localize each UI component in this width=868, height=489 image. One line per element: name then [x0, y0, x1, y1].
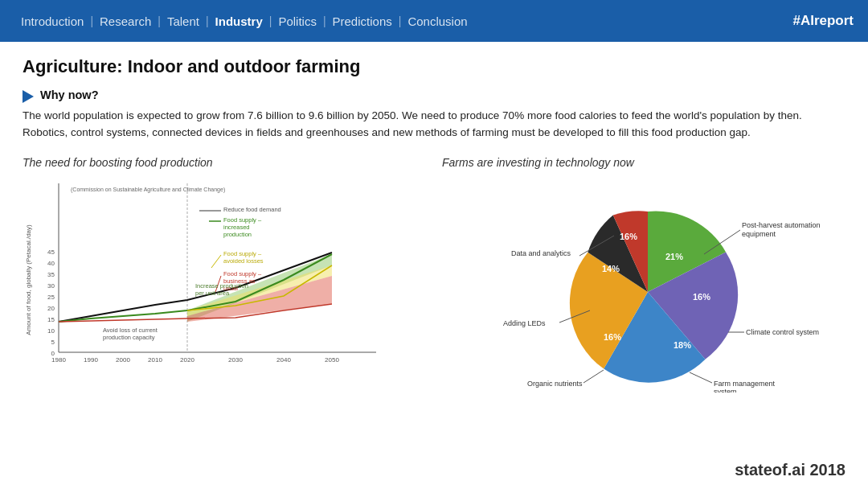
svg-line-33: [211, 255, 221, 268]
svg-text:Climate control system: Climate control system: [746, 328, 819, 336]
svg-text:Amount of food, globally (Peta: Amount of food, globally (Petacal./day): [25, 224, 32, 335]
svg-text:2000: 2000: [116, 356, 130, 364]
svg-text:21%: 21%: [665, 252, 683, 261]
svg-text:system: system: [714, 388, 737, 392]
svg-text:production capacity: production capacity: [103, 334, 155, 341]
line-chart-svg: Amount of food, globally (Petacal./day) …: [23, 175, 400, 384]
why-now-label: Why now?: [40, 88, 99, 101]
svg-text:Adding LEDs: Adding LEDs: [503, 319, 546, 327]
svg-text:Avoid loss of current: Avoid loss of current: [103, 327, 158, 334]
svg-text:1980: 1980: [51, 356, 66, 364]
svg-text:15: 15: [47, 316, 55, 323]
nav-item-talent[interactable]: Talent: [161, 14, 206, 28]
svg-text:35: 35: [47, 271, 55, 278]
nav-item-politics[interactable]: Politics: [272, 14, 323, 28]
pie-chart: 21% 16% 18% 16% 14% 16%: [442, 175, 845, 392]
svg-text:16%: 16%: [693, 292, 710, 302]
footer-text: stateof.ai 2018: [735, 461, 845, 479]
svg-line-59: [583, 370, 604, 383]
svg-text:2050: 2050: [325, 356, 339, 364]
svg-text:16%: 16%: [620, 232, 637, 241]
main-content: Agriculture: Indoor and outdoor farming …: [0, 42, 868, 401]
svg-text:Data and analytics: Data and analytics: [511, 249, 571, 257]
svg-text:2020: 2020: [180, 356, 194, 364]
svg-text:10: 10: [47, 327, 55, 335]
svg-text:16%: 16%: [604, 332, 621, 342]
svg-text:equipment: equipment: [742, 230, 776, 238]
svg-text:40: 40: [47, 260, 55, 267]
svg-text:2030: 2030: [228, 356, 243, 364]
hashtag-label: #AIreport: [792, 13, 854, 29]
top-navigation: Introduction | Research | Talent | Indus…: [0, 0, 868, 42]
svg-text:(Commission on Sustainable Agr: (Commission on Sustainable Agriculture a…: [71, 187, 225, 193]
body-text: The world population is expected to grow…: [23, 108, 842, 142]
svg-text:production: production: [223, 231, 252, 238]
svg-line-56: [690, 372, 712, 383]
svg-text:25: 25: [47, 294, 55, 301]
svg-text:45: 45: [47, 249, 55, 256]
svg-text:increased: increased: [223, 224, 250, 231]
svg-text:Post-harvest automation: Post-harvest automation: [742, 221, 821, 229]
why-now-section: Why now?: [23, 88, 845, 103]
svg-text:5: 5: [51, 339, 55, 346]
svg-text:1990: 1990: [84, 356, 98, 364]
svg-text:14%: 14%: [602, 264, 620, 273]
nav-item-introduction[interactable]: Introduction: [14, 14, 90, 28]
pie-chart-svg: 21% 16% 18% 16% 14% 16%: [455, 175, 833, 392]
svg-text:2010: 2010: [148, 356, 162, 364]
line-chart: Amount of food, globally (Petacal./day) …: [23, 175, 426, 388]
svg-text:18%: 18%: [674, 340, 691, 350]
svg-text:Increase production: Increase production: [195, 282, 248, 290]
page-title: Agriculture: Indoor and outdoor farming: [23, 56, 845, 77]
left-chart-title: The need for boosting food production: [23, 156, 426, 169]
svg-text:Reduce food demand: Reduce food demand: [223, 206, 281, 213]
svg-text:Food supply –: Food supply –: [223, 270, 262, 277]
triangle-icon: [23, 90, 34, 103]
charts-row: The need for boosting food production Am…: [23, 156, 845, 392]
svg-text:2040: 2040: [276, 356, 291, 364]
svg-text:Organic nutrients: Organic nutrients: [527, 380, 583, 388]
svg-text:Food supply –: Food supply –: [223, 216, 262, 224]
right-chart-title: Farms are investing in technology now: [442, 156, 845, 169]
svg-text:Food supply –: Food supply –: [223, 250, 262, 257]
left-chart-box: The need for boosting food production Am…: [23, 156, 426, 388]
svg-text:per unit area: per unit area: [195, 290, 230, 297]
nav-item-conclusion[interactable]: Conclusion: [401, 14, 473, 28]
svg-text:20: 20: [47, 305, 55, 312]
nav-item-industry[interactable]: Industry: [209, 14, 269, 28]
svg-text:Farm management: Farm management: [714, 380, 776, 388]
svg-text:30: 30: [47, 282, 55, 290]
right-chart-box: Farms are investing in technology now 21…: [442, 156, 845, 392]
svg-text:avoided losses: avoided losses: [223, 257, 264, 265]
nav-items: Introduction | Research | Talent | Indus…: [14, 14, 474, 28]
nav-item-research[interactable]: Research: [93, 14, 158, 28]
nav-item-predictions[interactable]: Predictions: [326, 14, 399, 28]
